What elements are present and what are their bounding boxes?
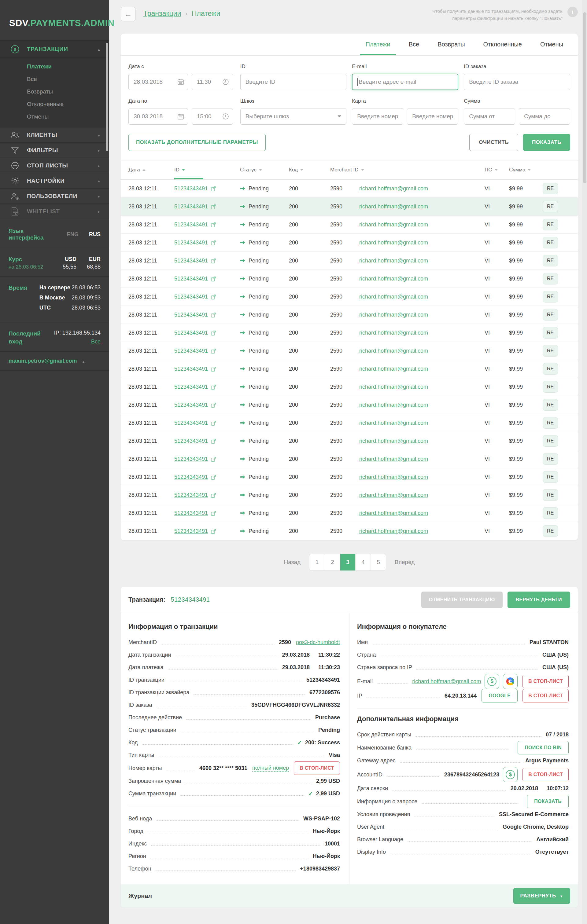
cancel-transaction-button[interactable]: ОТМЕНИТЬ ТРАНЗАКЦИЮ <box>421 592 503 608</box>
customer-email-link[interactable]: richard.hoffman@gmail.com <box>359 366 428 372</box>
transaction-id-link[interactable]: 51234343491 <box>174 384 208 390</box>
pagination-page-5[interactable]: 5 <box>370 554 386 571</box>
page-scrollbar-thumb[interactable] <box>583 12 586 183</box>
table-row[interactable]: 28.03 12:1151234343491Pending2002590rich… <box>121 360 578 378</box>
customer-email-link[interactable]: richard.hoffman@gmail.com <box>359 456 428 462</box>
external-link-icon[interactable] <box>211 277 216 281</box>
external-link-icon[interactable] <box>211 511 216 516</box>
customer-email-link[interactable]: richard.hoffman@gmail.com <box>359 492 428 498</box>
external-link-icon[interactable] <box>211 457 216 462</box>
breadcrumb-transactions-link[interactable]: Транзакции <box>143 10 181 18</box>
full-number-link[interactable]: полный номер <box>252 765 289 772</box>
stop-list-dollar-button[interactable]: $ <box>484 674 499 689</box>
column-header-ps[interactable]: ПС <box>484 160 509 179</box>
journal-expand-button[interactable]: РАЗВЕРНУТЬ <box>513 888 570 904</box>
show-button[interactable]: ПОКАЗАТЬ <box>523 134 570 151</box>
clear-button[interactable]: ОЧИСТИТЬ <box>469 134 518 151</box>
tab-отмены[interactable]: Отмены <box>531 34 572 55</box>
transaction-id-link[interactable]: 51234343491 <box>174 402 208 408</box>
transaction-id-link[interactable]: 51234343491 <box>174 221 208 228</box>
email-input[interactable]: Введите адрес e-mail <box>352 74 458 90</box>
sidebar-item-фильтры[interactable]: ФИЛЬТРЫ <box>0 143 109 158</box>
add-to-stop-list-button[interactable]: В СТОП-ЛИСТ <box>294 761 340 775</box>
customer-email-link[interactable]: richard.hoffman@gmail.com <box>359 420 428 426</box>
transaction-id-link[interactable]: 51234343491 <box>174 366 208 372</box>
column-header-amount[interactable]: Сумма <box>509 160 543 179</box>
external-link-icon[interactable] <box>211 223 216 227</box>
pagination-page-2[interactable]: 2 <box>325 554 340 571</box>
re-button[interactable]: RE <box>543 255 558 266</box>
page-scrollbar[interactable] <box>582 0 587 924</box>
re-button[interactable]: RE <box>543 417 558 429</box>
external-link-icon[interactable] <box>211 421 216 426</box>
transaction-id-link[interactable]: 51234343491 <box>174 239 208 246</box>
customer-email-link[interactable]: richard.hoffman@gmail.com <box>359 402 428 408</box>
amount-from-input[interactable]: Сумма от <box>464 108 515 125</box>
back-button[interactable]: ← <box>121 7 136 21</box>
more-params-button[interactable]: ПОКАЗАТЬ ДОПОЛНИТЕЛЬНЫЕ ПАРАМЕТРЫ <box>128 134 266 151</box>
table-row[interactable]: 28.03 12:1151234343491Pending2002590rich… <box>121 504 578 522</box>
re-button[interactable]: RE <box>543 435 558 447</box>
re-button[interactable]: RE <box>543 489 558 501</box>
table-row[interactable]: 28.03 12:1151234343491Pending2002590rich… <box>121 324 578 342</box>
external-link-icon[interactable] <box>211 205 216 209</box>
time-from-input[interactable]: 11:30 <box>192 74 233 90</box>
customer-email-link[interactable]: richard.hoffman@gmail.com <box>359 221 428 228</box>
green-action-button[interactable]: GOOGLE <box>481 689 518 703</box>
sidebar-item-whitelist[interactable]: WHITELIST <box>0 204 109 219</box>
column-header-status[interactable]: Статус <box>240 160 289 179</box>
table-row[interactable]: 28.03 12:1151234343491Pending2002590rich… <box>121 306 578 324</box>
customer-email-link[interactable]: richard.hoffman@gmail.com <box>359 528 428 534</box>
sidebar-subitem-active[interactable]: Платежи <box>0 60 109 73</box>
re-button[interactable]: RE <box>543 183 558 194</box>
customer-email-link[interactable]: richard.hoffman@gmail.com <box>359 384 428 390</box>
table-row[interactable]: 28.03 12:1151234343491Pending2002590rich… <box>121 486 578 504</box>
green-action-button[interactable]: ПОИСК ПО BIN <box>518 741 569 754</box>
transaction-id-link[interactable]: 51234343491 <box>174 456 208 462</box>
sidebar-subitem-item[interactable]: Все <box>0 73 109 85</box>
external-link-icon[interactable] <box>211 367 216 371</box>
external-link-icon[interactable] <box>211 493 216 498</box>
table-row[interactable]: 28.03 12:1151234343491Pending2002590rich… <box>121 396 578 414</box>
transaction-id-link[interactable]: 51234343491 <box>174 492 208 498</box>
clock-icon[interactable] <box>222 113 229 120</box>
external-link-icon[interactable] <box>211 385 216 389</box>
external-link-icon[interactable] <box>211 349 216 353</box>
customer-email-link[interactable]: richard.hoffman@gmail.com <box>359 294 428 300</box>
customer-email-link[interactable]: richard.hoffman@gmail.com <box>359 330 428 336</box>
language-option-rus[interactable]: RUS <box>89 231 101 238</box>
external-link-icon[interactable] <box>211 529 216 534</box>
card-number-first-input[interactable]: Введите номер <box>352 108 403 125</box>
date-from-input[interactable]: 28.03.2018 <box>128 74 188 90</box>
add-to-stop-list-button[interactable]: В СТОП-ЛИСТ <box>523 675 569 688</box>
pagination-page-1[interactable]: 1 <box>309 554 325 571</box>
tab-все[interactable]: Все <box>400 34 428 55</box>
transaction-id-link[interactable]: 51234343491 <box>174 474 208 480</box>
re-button[interactable]: RE <box>543 453 558 465</box>
green-action-button[interactable]: ПОКАЗАТЬ <box>527 795 569 808</box>
table-row[interactable]: 28.03 12:1151234343491Pending2002590rich… <box>121 180 578 198</box>
re-button[interactable]: RE <box>543 471 558 483</box>
pagination-page-4[interactable]: 4 <box>355 554 370 571</box>
re-button[interactable]: RE <box>543 525 558 537</box>
transaction-id-link[interactable]: 51234343491 <box>174 420 208 426</box>
time-to-input[interactable]: 15:00 <box>192 108 233 125</box>
transaction-id-link[interactable]: 51234343491 <box>174 438 208 444</box>
info-icon[interactable] <box>567 7 578 17</box>
table-row[interactable]: 28.03 12:1151234343491Pending2002590rich… <box>121 234 578 252</box>
card-number-last-input[interactable]: Введите номер <box>407 108 458 125</box>
sidebar-scrollbar-thumb[interactable] <box>106 43 108 151</box>
external-link-icon[interactable] <box>211 241 216 245</box>
sidebar-item-настройки[interactable]: НАСТРОЙКИ <box>0 173 109 188</box>
customer-email-link[interactable]: richard.hoffman@gmail.com <box>359 276 428 282</box>
tab-возвраты[interactable]: Возвраты <box>428 34 474 55</box>
external-link-icon[interactable] <box>211 403 216 408</box>
re-button[interactable]: RE <box>543 219 558 230</box>
pagination-next[interactable]: Вперед <box>395 559 415 566</box>
calendar-icon[interactable] <box>177 113 184 120</box>
customer-email-link[interactable]: richard.hoffman@gmail.com <box>359 474 428 480</box>
transaction-id-link[interactable]: 51234343491 <box>174 257 208 264</box>
re-button[interactable]: RE <box>543 291 558 302</box>
transaction-id-link[interactable]: 51234343491 <box>174 185 208 191</box>
transaction-id-link[interactable]: 51234343491 <box>174 348 208 354</box>
